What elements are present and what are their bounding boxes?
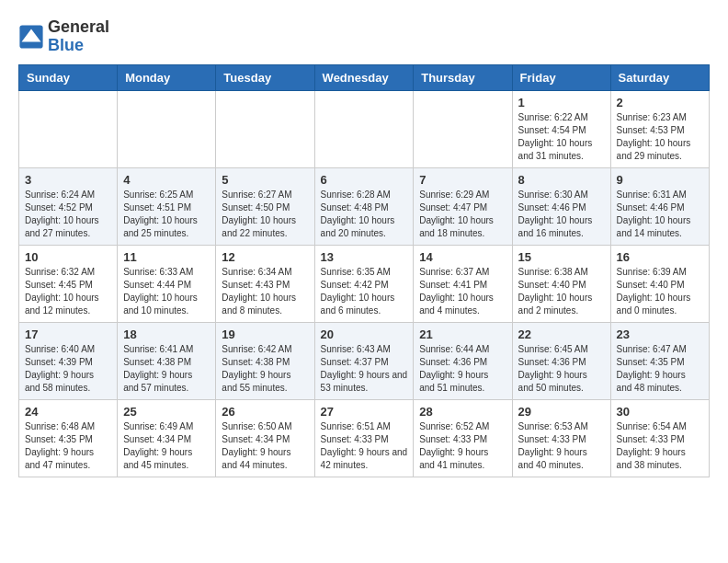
day-number: 16: [617, 250, 703, 264]
day-info: Sunrise: 6:48 AM Sunset: 4:35 PM Dayligh…: [25, 420, 111, 472]
calendar-cell: 23Sunrise: 6:47 AM Sunset: 4:35 PM Dayli…: [610, 322, 709, 399]
day-header-tuesday: Tuesday: [216, 64, 314, 90]
calendar-cell: 8Sunrise: 6:30 AM Sunset: 4:46 PM Daylig…: [512, 167, 610, 245]
page-header: General Blue: [18, 18, 710, 55]
day-number: 13: [321, 250, 408, 264]
calendar-cell: 19Sunrise: 6:42 AM Sunset: 4:38 PM Dayli…: [216, 322, 314, 399]
logo-text: General Blue: [48, 18, 109, 55]
calendar-cell: 28Sunrise: 6:52 AM Sunset: 4:33 PM Dayli…: [414, 399, 512, 477]
day-number: 19: [222, 327, 308, 341]
calendar-week-row: 24Sunrise: 6:48 AM Sunset: 4:35 PM Dayli…: [19, 399, 710, 477]
day-info: Sunrise: 6:40 AM Sunset: 4:39 PM Dayligh…: [25, 343, 111, 395]
calendar-cell: 17Sunrise: 6:40 AM Sunset: 4:39 PM Dayli…: [19, 322, 118, 399]
logo: General Blue: [18, 18, 109, 55]
calendar-cell: [314, 90, 414, 167]
day-info: Sunrise: 6:33 AM Sunset: 4:44 PM Dayligh…: [123, 266, 210, 317]
day-number: 3: [25, 173, 111, 187]
calendar-cell: 10Sunrise: 6:32 AM Sunset: 4:45 PM Dayli…: [19, 245, 118, 322]
calendar-cell: 27Sunrise: 6:51 AM Sunset: 4:33 PM Dayli…: [314, 399, 414, 477]
day-number: 17: [25, 327, 111, 341]
calendar-cell: 26Sunrise: 6:50 AM Sunset: 4:34 PM Dayli…: [216, 399, 314, 477]
day-info: Sunrise: 6:39 AM Sunset: 4:40 PM Dayligh…: [617, 266, 703, 317]
day-info: Sunrise: 6:51 AM Sunset: 4:33 PM Dayligh…: [321, 420, 408, 472]
day-number: 8: [518, 173, 605, 187]
day-info: Sunrise: 6:54 AM Sunset: 4:33 PM Dayligh…: [617, 420, 703, 472]
calendar-cell: 12Sunrise: 6:34 AM Sunset: 4:43 PM Dayli…: [216, 245, 314, 322]
day-number: 2: [617, 96, 703, 109]
calendar-cell: 13Sunrise: 6:35 AM Sunset: 4:42 PM Dayli…: [314, 245, 414, 322]
calendar-cell: 22Sunrise: 6:45 AM Sunset: 4:36 PM Dayli…: [512, 322, 610, 399]
day-info: Sunrise: 6:24 AM Sunset: 4:52 PM Dayligh…: [25, 189, 111, 240]
calendar-cell: 7Sunrise: 6:29 AM Sunset: 4:47 PM Daylig…: [414, 167, 512, 245]
calendar-cell: 11Sunrise: 6:33 AM Sunset: 4:44 PM Dayli…: [118, 245, 216, 322]
calendar-cell: 25Sunrise: 6:49 AM Sunset: 4:34 PM Dayli…: [118, 399, 216, 477]
day-number: 9: [617, 173, 703, 187]
day-number: 18: [123, 327, 210, 341]
day-header-saturday: Saturday: [610, 64, 709, 90]
day-header-monday: Monday: [118, 64, 216, 90]
day-info: Sunrise: 6:43 AM Sunset: 4:37 PM Dayligh…: [321, 343, 408, 395]
day-info: Sunrise: 6:22 AM Sunset: 4:54 PM Dayligh…: [518, 111, 605, 163]
calendar-week-row: 10Sunrise: 6:32 AM Sunset: 4:45 PM Dayli…: [19, 245, 710, 322]
calendar-cell: 30Sunrise: 6:54 AM Sunset: 4:33 PM Dayli…: [610, 399, 709, 477]
calendar-cell: [19, 90, 118, 167]
day-number: 23: [617, 327, 703, 341]
day-number: 28: [419, 405, 506, 419]
calendar-cell: 14Sunrise: 6:37 AM Sunset: 4:41 PM Dayli…: [414, 245, 512, 322]
day-info: Sunrise: 6:44 AM Sunset: 4:36 PM Dayligh…: [419, 343, 506, 395]
day-info: Sunrise: 6:47 AM Sunset: 4:35 PM Dayligh…: [617, 343, 703, 395]
day-number: 12: [222, 250, 308, 264]
calendar-header: SundayMondayTuesdayWednesdayThursdayFrid…: [19, 64, 710, 90]
calendar-cell: 29Sunrise: 6:53 AM Sunset: 4:33 PM Dayli…: [512, 399, 610, 477]
day-headers-row: SundayMondayTuesdayWednesdayThursdayFrid…: [19, 64, 710, 90]
calendar-cell: 21Sunrise: 6:44 AM Sunset: 4:36 PM Dayli…: [414, 322, 512, 399]
day-info: Sunrise: 6:35 AM Sunset: 4:42 PM Dayligh…: [321, 266, 408, 317]
day-info: Sunrise: 6:41 AM Sunset: 4:38 PM Dayligh…: [123, 343, 210, 395]
day-info: Sunrise: 6:42 AM Sunset: 4:38 PM Dayligh…: [222, 343, 308, 395]
calendar-cell: 24Sunrise: 6:48 AM Sunset: 4:35 PM Dayli…: [19, 399, 118, 477]
day-number: 6: [321, 173, 408, 187]
calendar-cell: 16Sunrise: 6:39 AM Sunset: 4:40 PM Dayli…: [610, 245, 709, 322]
day-info: Sunrise: 6:49 AM Sunset: 4:34 PM Dayligh…: [123, 420, 210, 472]
day-number: 4: [123, 173, 210, 187]
day-number: 14: [419, 250, 506, 264]
calendar-cell: 6Sunrise: 6:28 AM Sunset: 4:48 PM Daylig…: [314, 167, 414, 245]
calendar-week-row: 17Sunrise: 6:40 AM Sunset: 4:39 PM Dayli…: [19, 322, 710, 399]
calendar-table: SundayMondayTuesdayWednesdayThursdayFrid…: [18, 64, 710, 477]
calendar-cell: 15Sunrise: 6:38 AM Sunset: 4:40 PM Dayli…: [512, 245, 610, 322]
day-number: 7: [419, 173, 506, 187]
day-info: Sunrise: 6:34 AM Sunset: 4:43 PM Dayligh…: [222, 266, 308, 317]
calendar-cell: 3Sunrise: 6:24 AM Sunset: 4:52 PM Daylig…: [19, 167, 118, 245]
day-number: 24: [25, 405, 111, 419]
day-info: Sunrise: 6:30 AM Sunset: 4:46 PM Dayligh…: [518, 189, 605, 240]
day-info: Sunrise: 6:53 AM Sunset: 4:33 PM Dayligh…: [518, 420, 605, 472]
calendar-cell: 9Sunrise: 6:31 AM Sunset: 4:46 PM Daylig…: [610, 167, 709, 245]
day-info: Sunrise: 6:50 AM Sunset: 4:34 PM Dayligh…: [222, 420, 308, 472]
day-info: Sunrise: 6:28 AM Sunset: 4:48 PM Dayligh…: [321, 189, 408, 240]
day-info: Sunrise: 6:32 AM Sunset: 4:45 PM Dayligh…: [25, 266, 111, 317]
day-number: 11: [123, 250, 210, 264]
day-info: Sunrise: 6:23 AM Sunset: 4:53 PM Dayligh…: [617, 111, 703, 163]
day-info: Sunrise: 6:37 AM Sunset: 4:41 PM Dayligh…: [419, 266, 506, 317]
day-number: 15: [518, 250, 605, 264]
day-info: Sunrise: 6:45 AM Sunset: 4:36 PM Dayligh…: [518, 343, 605, 395]
calendar-cell: 4Sunrise: 6:25 AM Sunset: 4:51 PM Daylig…: [118, 167, 216, 245]
day-number: 25: [123, 405, 210, 419]
day-number: 22: [518, 327, 605, 341]
calendar-cell: [414, 90, 512, 167]
day-number: 1: [518, 96, 605, 109]
day-header-thursday: Thursday: [414, 64, 512, 90]
day-number: 21: [419, 327, 506, 341]
logo-icon: [18, 24, 44, 50]
calendar-cell: 18Sunrise: 6:41 AM Sunset: 4:38 PM Dayli…: [118, 322, 216, 399]
calendar-body: 1Sunrise: 6:22 AM Sunset: 4:54 PM Daylig…: [19, 90, 710, 477]
day-info: Sunrise: 6:31 AM Sunset: 4:46 PM Dayligh…: [617, 189, 703, 240]
calendar-cell: 5Sunrise: 6:27 AM Sunset: 4:50 PM Daylig…: [216, 167, 314, 245]
calendar-week-row: 3Sunrise: 6:24 AM Sunset: 4:52 PM Daylig…: [19, 167, 710, 245]
day-number: 10: [25, 250, 111, 264]
calendar-cell: 20Sunrise: 6:43 AM Sunset: 4:37 PM Dayli…: [314, 322, 414, 399]
day-info: Sunrise: 6:27 AM Sunset: 4:50 PM Dayligh…: [222, 189, 308, 240]
calendar-cell: [118, 90, 216, 167]
day-info: Sunrise: 6:52 AM Sunset: 4:33 PM Dayligh…: [419, 420, 506, 472]
day-header-sunday: Sunday: [19, 64, 118, 90]
